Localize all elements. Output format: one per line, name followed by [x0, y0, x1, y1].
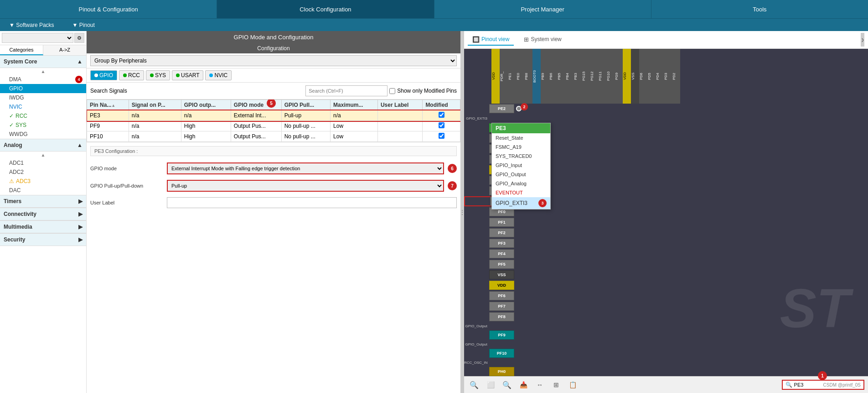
- nav-pinout-menu[interactable]: ▼ Pinout: [63, 19, 104, 31]
- tab-atoz[interactable]: A->Z: [43, 45, 86, 55]
- tab-system-view[interactable]: ⊞ System view: [519, 34, 566, 46]
- pin-pf7-box[interactable]: PF7: [489, 302, 514, 311]
- tab-rcc[interactable]: RCC: [119, 70, 144, 80]
- nav-tools[interactable]: Tools: [651, 0, 868, 18]
- pin-pb5[interactable]: PB5: [557, 49, 565, 104]
- pin-pg10[interactable]: PG10: [606, 49, 615, 104]
- sidebar-item-rcc[interactable]: ✓ RCC: [0, 111, 86, 121]
- sidebar-item-dac[interactable]: DAC: [0, 186, 86, 195]
- pin-pf6-box[interactable]: PF6: [489, 291, 514, 300]
- sidebar-item-dma[interactable]: DMA 4: [0, 75, 86, 84]
- nav-clock[interactable]: Clock Configuration: [217, 0, 434, 18]
- pin-pf1-box[interactable]: PF1: [489, 218, 514, 227]
- section-security-header[interactable]: Security ▶: [0, 233, 86, 246]
- pin-pb4[interactable]: PB4: [565, 49, 574, 104]
- pin-pf4-box[interactable]: PF4: [489, 249, 514, 258]
- pin-pg15[interactable]: PG15: [582, 49, 590, 104]
- sidebar-item-iwdg[interactable]: IWDG: [0, 93, 86, 102]
- context-item-sys-traced[interactable]: SYS_TRACED0: [492, 152, 550, 161]
- pin-pb8[interactable]: PB8: [524, 49, 532, 104]
- gpio-pull-select[interactable]: Pull-up: [167, 180, 444, 192]
- sidebar-item-gpio[interactable]: GPIO: [0, 84, 86, 93]
- scroll-up-analog[interactable]: ▲: [0, 152, 86, 158]
- pin-pe2-box[interactable]: PE2: [489, 104, 514, 113]
- gpio-mode-select[interactable]: External Interrupt Mode with Falling edg…: [167, 162, 444, 174]
- pin-pg11[interactable]: PG11: [598, 49, 606, 104]
- table-row-pf9[interactable]: PF9 n/a High Output Pus... No pull-up ..…: [87, 121, 460, 131]
- pin-vss-left: VSS: [489, 270, 514, 279]
- context-item-gpio-exti3[interactable]: GPIO_EXTI3 3: [492, 197, 550, 209]
- sidebar-item-adc2[interactable]: ADC2: [0, 168, 86, 177]
- scroll-up[interactable]: ▲: [0, 68, 86, 75]
- context-item-eventout[interactable]: EVENTOUT: [492, 188, 550, 197]
- context-item-reset[interactable]: Reset_State: [492, 133, 550, 142]
- pin-pg9[interactable]: PG9: [615, 49, 623, 104]
- pin-pf9-box[interactable]: PF9: [489, 330, 514, 340]
- pin-vdd2: VDD: [623, 49, 631, 104]
- gpio-mode-label: GPIO mode: [90, 166, 163, 171]
- collapse-right-panel[interactable]: ❯: [861, 33, 864, 47]
- annotation-7: 7: [448, 181, 457, 190]
- sidebar-item-sys[interactable]: ✓ SYS: [0, 121, 86, 130]
- tab-sys[interactable]: SYS: [146, 70, 170, 80]
- pin-pf2-box[interactable]: PF2: [489, 228, 514, 237]
- pin-pg12[interactable]: PG12: [590, 49, 598, 104]
- pin-pb3[interactable]: PB3: [574, 49, 582, 104]
- pin-pb9[interactable]: PB9: [541, 49, 549, 104]
- table-row-pf10[interactable]: PF10 n/a High Output Pus... No pull-up .…: [87, 131, 460, 142]
- pin-pe1[interactable]: PE1: [508, 49, 516, 104]
- nav-project[interactable]: Project Manager: [434, 0, 651, 18]
- table-row-pe3[interactable]: PE3 n/a n/a External Int... Pull-up n/a: [87, 110, 460, 121]
- bottom-search-input[interactable]: [794, 382, 822, 388]
- pin-pf3-box[interactable]: PF3: [489, 239, 514, 248]
- group-by-select[interactable]: Group By Peripherals: [90, 55, 457, 66]
- section-system-core-header[interactable]: System Core ▲: [0, 56, 86, 68]
- tab-gpio[interactable]: GPIO: [90, 70, 117, 80]
- sidebar-item-wwdg[interactable]: WWDG: [0, 130, 86, 139]
- section-multimedia-header[interactable]: Multimedia ▶: [0, 220, 86, 233]
- context-item-gpio-output[interactable]: GPIO_Output: [492, 170, 550, 179]
- pin-pf5-box[interactable]: PF5: [489, 260, 514, 269]
- nav-software-packs[interactable]: ▼ Software Packs: [0, 19, 63, 31]
- right-panel: 🔲 Pinout view ⊞ System view ❯ VDD PDR_ P…: [464, 31, 868, 393]
- fit-view-button[interactable]: ⬜: [484, 378, 497, 391]
- section-timers-header[interactable]: Timers ▶: [0, 195, 86, 208]
- zoom-out-button[interactable]: 🔍: [501, 378, 513, 391]
- pin-pd6[interactable]: PD6: [639, 49, 647, 104]
- context-item-gpio-input[interactable]: GPIO_Input: [492, 161, 550, 170]
- pin-pf10-box[interactable]: PF10: [489, 349, 514, 358]
- zoom-in-button[interactable]: 🔍: [468, 378, 480, 391]
- section-analog-header[interactable]: Analog ▲: [0, 139, 86, 152]
- sidebar-gear-button[interactable]: ⚙: [74, 33, 84, 43]
- context-item-fsmc[interactable]: FSMC_A19: [492, 142, 550, 152]
- toolbar-btn-4[interactable]: 📥: [517, 378, 530, 391]
- divider-handle[interactable]: ⋮: [460, 31, 464, 393]
- show-modified-checkbox[interactable]: [389, 88, 395, 94]
- pin-pd5[interactable]: PD5: [647, 49, 656, 104]
- sidebar-item-adc1[interactable]: ADC1: [0, 158, 86, 168]
- pin-boot0[interactable]: BOOT0: [532, 49, 541, 104]
- sidebar-search-select[interactable]: [2, 33, 73, 43]
- user-label-label: User Label: [90, 200, 163, 205]
- toolbar-btn-5[interactable]: ↔: [533, 378, 546, 391]
- tab-usart[interactable]: USART: [172, 70, 203, 80]
- tab-categories[interactable]: Categories: [0, 45, 43, 55]
- context-item-gpio-analog[interactable]: GPIO_Analog: [492, 179, 550, 188]
- sidebar-item-nvic[interactable]: NVIC: [0, 102, 86, 111]
- toolbar-btn-7[interactable]: 📋: [566, 378, 579, 391]
- pin-pe0[interactable]: PE0: [516, 49, 524, 104]
- section-connectivity-header[interactable]: Connectivity ▶: [0, 208, 86, 220]
- pin-pf8-box[interactable]: PF8: [489, 312, 514, 321]
- sidebar-item-adc3[interactable]: ⚠ ADC3: [0, 177, 86, 186]
- user-label-input[interactable]: [167, 197, 457, 208]
- pin-ph0-box[interactable]: PH0: [489, 367, 514, 376]
- pin-pd4[interactable]: PD4: [656, 49, 664, 104]
- pin-pb6[interactable]: PB6: [549, 49, 557, 104]
- toolbar-btn-6[interactable]: ⊞: [550, 378, 563, 391]
- pin-pd2[interactable]: PD2: [672, 49, 680, 104]
- tab-nvic[interactable]: NVIC: [205, 70, 232, 80]
- tab-pinout-view[interactable]: 🔲 Pinout view: [468, 34, 514, 46]
- pin-pd3[interactable]: PD3: [664, 49, 672, 104]
- nav-pinout[interactable]: Pinout & Configuration: [0, 0, 217, 18]
- search-signals-input[interactable]: [305, 85, 388, 96]
